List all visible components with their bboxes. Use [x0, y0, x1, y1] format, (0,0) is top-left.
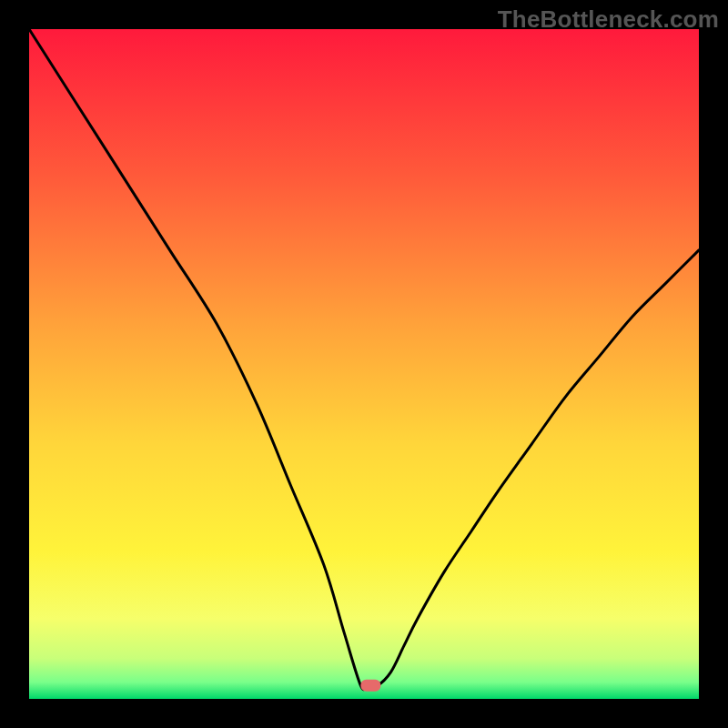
bottleneck-chart [29, 29, 699, 699]
plot-area [29, 29, 699, 699]
gradient-background [29, 29, 699, 699]
optimum-marker [360, 680, 380, 692]
chart-frame: TheBottleneck.com [0, 0, 728, 728]
